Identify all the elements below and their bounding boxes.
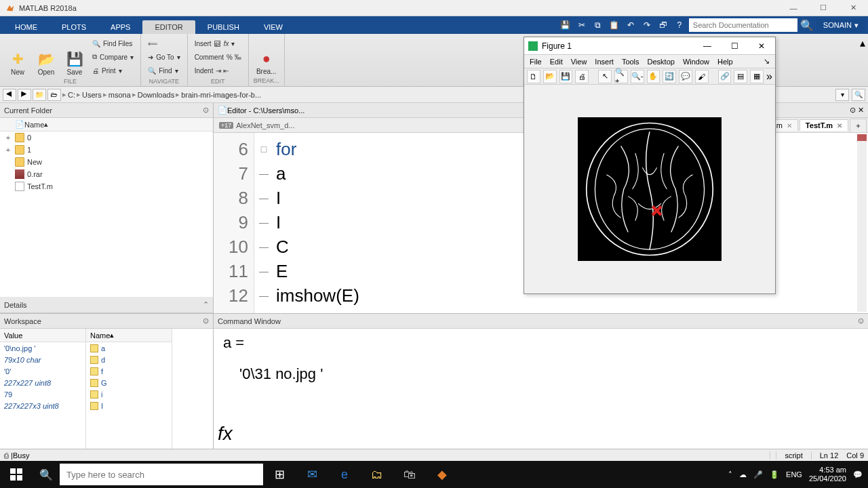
open-button[interactable]: 📂Open: [33, 37, 60, 77]
menu-tools[interactable]: Tools: [622, 58, 639, 66]
tray-chevron-icon[interactable]: ˄: [728, 470, 732, 479]
menu-help[interactable]: Help: [717, 58, 733, 66]
copy-icon[interactable]: ⧉: [591, 18, 605, 32]
editor-subtab[interactable]: +17AlexNet_svm_d...: [216, 120, 297, 131]
forward-nav-button[interactable]: ⯈: [18, 89, 31, 101]
tab-home[interactable]: HOME: [3, 20, 50, 34]
tray-notifications-icon[interactable]: 💬: [853, 470, 863, 479]
taskbar-search-input[interactable]: [60, 464, 263, 485]
add-tab-button[interactable]: ＋: [850, 119, 867, 132]
open-figure-icon[interactable]: 📂: [543, 70, 557, 83]
start-button[interactable]: [0, 461, 33, 488]
editor-tab[interactable]: TestT.m✕: [800, 119, 848, 131]
tray-clock[interactable]: 4:53 am25/04/2020: [809, 466, 846, 483]
maximize-button[interactable]: ☐: [808, 0, 838, 16]
workspace-table[interactable]: Value '0\no.jpg ' 79x10 char '0' 227x227…: [0, 329, 213, 449]
redo-icon[interactable]: ↷: [640, 18, 654, 32]
colorbar-icon[interactable]: ▤: [734, 70, 747, 83]
new-figure-icon[interactable]: 🗋: [527, 70, 540, 83]
find-button[interactable]: 🔍 Find ▾: [145, 64, 183, 77]
print-button[interactable]: 🖨 Print ▾: [90, 64, 136, 77]
indent-button[interactable]: Indent ⇥ ⇤: [192, 64, 244, 77]
menu-view[interactable]: View: [571, 58, 587, 66]
datatip-icon[interactable]: 💬: [679, 70, 692, 83]
tray-mic-icon[interactable]: 🎤: [753, 470, 763, 479]
save-figure-icon[interactable]: 💾: [559, 70, 573, 83]
back-button[interactable]: ⟸: [145, 37, 183, 50]
pointer-icon[interactable]: ↖: [598, 70, 612, 83]
compare-button[interactable]: ⧉ Compare ▾: [90, 50, 136, 64]
fold-gutter[interactable]: □——————: [254, 133, 273, 313]
save-button[interactable]: 💾Save: [61, 37, 88, 77]
tab-editor[interactable]: EDITOR: [142, 20, 195, 34]
zoomout-icon[interactable]: 🔍-: [631, 70, 644, 83]
explorer-app-icon[interactable]: 🗂: [361, 461, 393, 488]
back-nav-button[interactable]: ⯇: [3, 89, 16, 101]
tab-apps[interactable]: APPS: [98, 20, 142, 34]
tray-onedrive-icon[interactable]: ☁: [739, 470, 747, 479]
workspace-menu-icon[interactable]: ⊙: [203, 317, 209, 325]
menu-window[interactable]: Window: [683, 58, 709, 66]
link-icon[interactable]: 🔗: [718, 70, 732, 83]
tray-battery-icon[interactable]: 🔋: [770, 470, 779, 479]
path-dropdown-button[interactable]: ▾: [835, 89, 849, 101]
comment-button[interactable]: Comment % ‰: [192, 50, 244, 64]
print-figure-icon[interactable]: 🖨: [575, 70, 589, 83]
search-path-button[interactable]: 🔍: [852, 89, 865, 101]
command-menu-icon[interactable]: ⊙: [858, 317, 864, 325]
rotate-icon[interactable]: 🔄: [663, 70, 676, 83]
undo-icon[interactable]: ↶: [624, 18, 637, 32]
command-window[interactable]: a = '0\31 no.jpg ' fx: [214, 329, 868, 449]
figure-close-button[interactable]: ✕: [748, 37, 775, 55]
collapse-toolstrip-icon[interactable]: ▴: [857, 34, 868, 86]
browse-nav-button[interactable]: 🗁: [47, 89, 61, 101]
menu-file[interactable]: File: [530, 58, 542, 66]
find-files-button[interactable]: 🔍 Find Files: [90, 37, 136, 50]
pan-icon[interactable]: ✋: [647, 70, 660, 83]
tab-plots[interactable]: PLOTS: [50, 20, 98, 34]
minimize-button[interactable]: —: [778, 0, 808, 16]
task-view-icon[interactable]: ⊞: [263, 461, 296, 488]
menu-edit[interactable]: Edit: [550, 58, 563, 66]
up-nav-button[interactable]: 📁: [33, 89, 46, 101]
help-icon[interactable]: ?: [673, 18, 686, 32]
close-tab-icon[interactable]: ✕: [787, 122, 792, 129]
editor-undock-icon[interactable]: ⊙ ✕: [850, 106, 864, 115]
save-quick-icon[interactable]: 💾: [559, 18, 572, 32]
details-header[interactable]: Details⌃: [0, 297, 213, 313]
editor-scrollbar[interactable]: [857, 134, 867, 312]
switch-windows-icon[interactable]: 🗗: [656, 18, 670, 32]
breakpoints-button[interactable]: ●Brea...: [253, 37, 280, 77]
edge-app-icon[interactable]: e: [328, 461, 361, 488]
figure-minimize-button[interactable]: —: [694, 37, 721, 55]
figure-axes[interactable]: [524, 85, 775, 293]
store-app-icon[interactable]: 🛍: [393, 461, 426, 488]
current-folder-menu-icon[interactable]: ⊙: [203, 106, 209, 115]
zoomin-icon[interactable]: 🔍+: [614, 70, 628, 83]
menu-desktop[interactable]: Desktop: [648, 58, 675, 66]
current-folder-tree[interactable]: 📄 Name ▴ +0 +1 New 0.rar TestT.m: [0, 118, 213, 297]
tab-view[interactable]: VIEW: [252, 20, 295, 34]
figure-maximize-button[interactable]: ☐: [721, 37, 748, 55]
folder-item: New: [0, 156, 213, 168]
matlab-app-icon[interactable]: ◆: [426, 461, 458, 488]
close-tab-icon[interactable]: ✕: [837, 122, 842, 129]
close-button[interactable]: ✕: [838, 0, 868, 16]
status-busy: Busy: [13, 451, 29, 460]
menu-insert[interactable]: Insert: [595, 58, 614, 66]
legend-icon[interactable]: ▦: [750, 70, 764, 83]
breadcrumb[interactable]: ▸ C:▸ Users▸ msona▸ Downloads▸ brain-mri…: [62, 90, 261, 99]
tray-lang[interactable]: ENG: [786, 470, 802, 479]
figure-window[interactable]: Figure 1 — ☐ ✕ File Edit View Insert Too…: [524, 37, 776, 294]
tab-publish[interactable]: PUBLISH: [195, 20, 252, 34]
goto-button[interactable]: ➜ Go To ▾: [145, 50, 183, 64]
paste-icon[interactable]: 📋: [608, 18, 621, 32]
user-menu[interactable]: SONAIN ▾: [816, 19, 865, 32]
search-documentation-input[interactable]: [689, 18, 797, 32]
figure-titlebar[interactable]: Figure 1 — ☐ ✕: [524, 37, 775, 55]
mail-app-icon[interactable]: ✉: [296, 461, 328, 488]
brush-icon[interactable]: 🖌: [695, 70, 709, 83]
insert-button[interactable]: Insert 🗟 fx ▾: [192, 37, 244, 50]
new-button[interactable]: ✚New: [4, 37, 31, 77]
cut-icon[interactable]: ✂: [575, 18, 589, 32]
